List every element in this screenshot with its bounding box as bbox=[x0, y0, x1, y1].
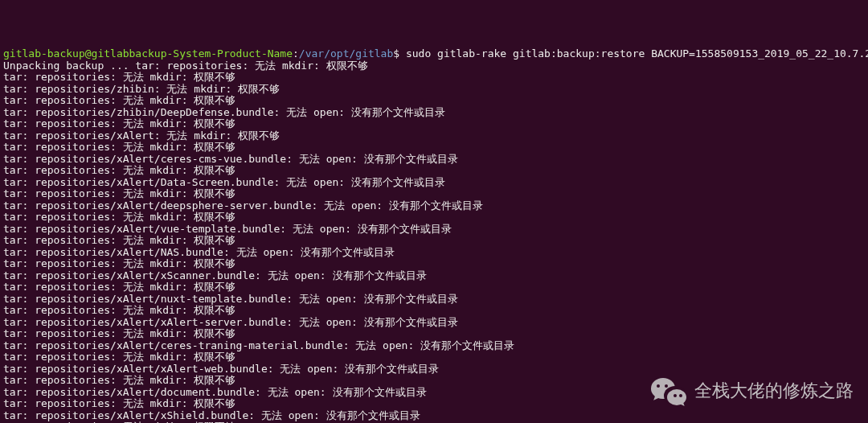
command-text: sudo gitlab-rake gitlab:backup:restore B… bbox=[406, 47, 868, 60]
prompt-path: /var/opt/gitlab bbox=[299, 47, 393, 60]
output-lines: Unpacking backup ... tar: repositories: … bbox=[3, 60, 865, 424]
watermark: 全栈大佬的修炼之路 bbox=[651, 376, 854, 405]
prompt-user-host: gitlab-backup@gitlabbackup-System-Produc… bbox=[3, 47, 293, 60]
wechat-icon bbox=[651, 376, 686, 405]
prompt-colon: : bbox=[293, 47, 299, 60]
terminal-output[interactable]: gitlab-backup@gitlabbackup-System-Produc… bbox=[0, 47, 868, 423]
watermark-text: 全栈大佬的修炼之路 bbox=[694, 385, 854, 397]
prompt-dollar: $ bbox=[393, 47, 406, 60]
